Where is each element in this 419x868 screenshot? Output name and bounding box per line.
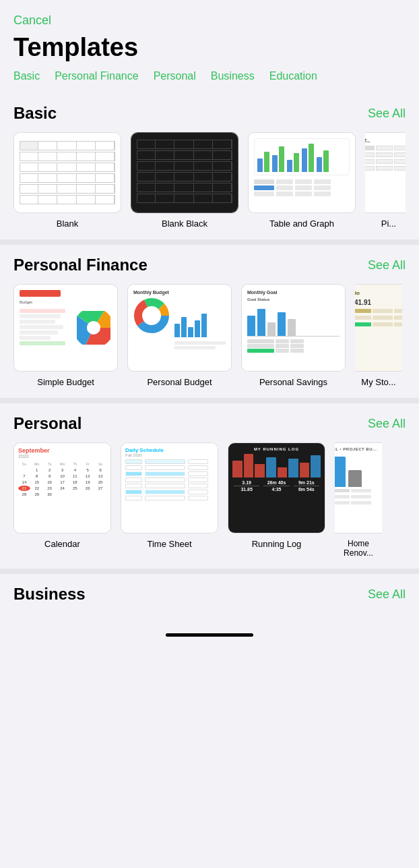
template-blank-black[interactable]: Blank Black [131, 132, 238, 229]
template-calendar[interactable]: September 2020 Su Mo Tu We Th Fr Sa 1 2 [13, 442, 111, 558]
see-all-basic[interactable]: See All [368, 107, 406, 121]
section-personal: Personal See All September 2020 Su Mo Tu… [0, 403, 419, 569]
template-thumb-personal-savings: Monthly Goal Goal Status [241, 284, 346, 372]
template-personal-savings[interactable]: Monthly Goal Goal Status [241, 284, 346, 387]
template-personal-budget[interactable]: Monthly Budget [127, 284, 232, 387]
bottom-indicator [0, 627, 419, 642]
basic-template-scroll: Blank Blank Black [13, 132, 406, 239]
section-business: Business See All [0, 574, 419, 627]
template-label-blank-black: Blank Black [162, 219, 207, 229]
template-label-personal-budget: Personal Budget [147, 377, 212, 387]
see-all-personal[interactable]: See All [368, 417, 406, 431]
divider-2 [0, 398, 419, 403]
template-label-personal-savings: Personal Savings [259, 377, 327, 387]
section-header-basic: Basic See All [13, 104, 406, 123]
nav-item-education[interactable]: Education [269, 70, 317, 82]
section-basic: Basic See All Blank [0, 93, 419, 239]
nav-item-personal-finance[interactable]: Personal Finance [55, 70, 139, 82]
divider-1 [0, 239, 419, 245]
template-simple-budget[interactable]: Budget [13, 284, 118, 387]
template-label-pivot: Pi... [381, 219, 396, 229]
template-running-log[interactable]: MY RUNNING LOG 3.19 [228, 442, 325, 558]
template-label-home-renovation: HomeRenov... [344, 539, 373, 558]
template-home-renovation[interactable]: REMODEL • PROJECT BU... HomeRenov... [335, 442, 382, 558]
template-thumb-table-graph [248, 132, 356, 213]
template-label-blank: Blank [57, 219, 79, 229]
nav-item-basic[interactable]: Basic [13, 70, 40, 82]
nav-item-business[interactable]: Business [211, 70, 255, 82]
section-title-business: Business [13, 585, 86, 604]
nav-item-personal[interactable]: Personal [154, 70, 196, 82]
section-header-business: Business See All [13, 585, 406, 604]
template-thumb-simple-budget: Budget [13, 284, 118, 372]
template-label-simple-budget: Simple Budget [37, 377, 94, 387]
page-title: Templates [0, 28, 419, 70]
template-thumb-blank-black [131, 132, 238, 213]
template-label-table-graph: Table and Graph [269, 219, 334, 229]
template-label-calendar: Calendar [44, 539, 80, 549]
see-all-personal-finance[interactable]: See All [368, 258, 406, 272]
top-bar: Cancel [0, 0, 419, 28]
section-personal-finance: Personal Finance See All Budget [0, 245, 419, 398]
template-thumb-blank [13, 132, 121, 213]
home-indicator-bar [166, 633, 253, 637]
personal-template-scroll: September 2020 Su Mo Tu We Th Fr Sa 1 2 [13, 442, 406, 569]
template-thumb-personal-budget: Monthly Budget [127, 284, 232, 372]
template-thumb-pivot: Pivot T... [365, 132, 406, 213]
section-title-basic: Basic [13, 104, 57, 123]
template-table-graph[interactable]: Table and Graph [248, 132, 356, 229]
template-label-my-stock: My Sto... [361, 377, 395, 387]
template-time-sheet[interactable]: Daily Schedule Fall 2020 [121, 442, 218, 558]
divider-3 [0, 569, 419, 574]
section-title-personal: Personal [13, 414, 82, 433]
see-all-business[interactable]: See All [368, 587, 406, 602]
template-my-stock[interactable]: Portfolio $13,041.91 My Sto... [355, 284, 402, 387]
template-label-running-log: Running Log [252, 539, 302, 549]
template-thumb-running-log: MY RUNNING LOG 3.19 [228, 442, 325, 533]
cancel-button[interactable]: Cancel [13, 13, 51, 28]
template-thumb-calendar: September 2020 Su Mo Tu We Th Fr Sa 1 2 [13, 442, 111, 533]
template-label-time-sheet: Time Sheet [148, 539, 192, 549]
section-title-personal-finance: Personal Finance [13, 256, 148, 274]
category-nav: Basic Personal Finance Personal Business… [0, 70, 419, 93]
personal-finance-template-scroll: Budget [13, 284, 406, 398]
template-thumb-my-stock: Portfolio $13,041.91 [355, 284, 402, 372]
section-header-personal-finance: Personal Finance See All [13, 256, 406, 274]
template-blank[interactable]: Blank [13, 132, 121, 229]
template-thumb-home-renovation: REMODEL • PROJECT BU... [335, 442, 382, 533]
template-thumb-time-sheet: Daily Schedule Fall 2020 [121, 442, 218, 533]
section-header-personal: Personal See All [13, 414, 406, 433]
template-pivot[interactable]: Pivot T... [365, 132, 406, 229]
